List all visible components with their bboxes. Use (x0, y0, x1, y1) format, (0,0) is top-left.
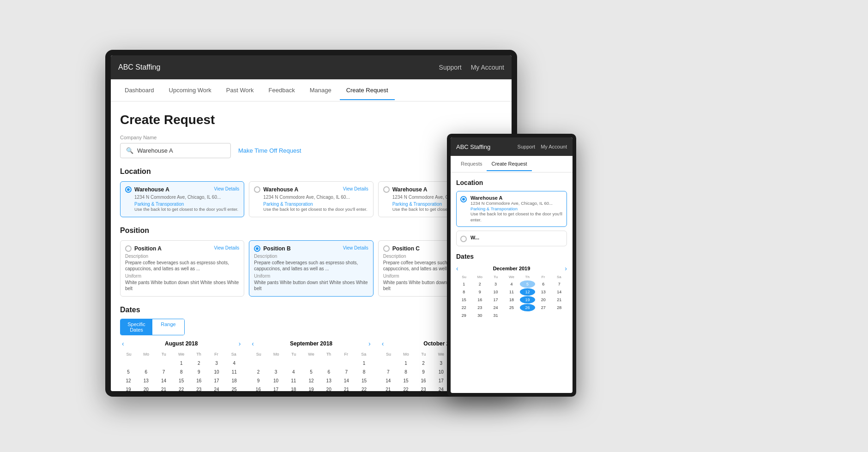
cal-day-4[interactable]: 4 (285, 368, 302, 376)
location-card-2[interactable]: Warehouse A View Details 1234 N Commodor… (249, 181, 373, 217)
cal-day-1[interactable]: 1 (173, 359, 190, 367)
cal-day-5[interactable]: 5 (303, 368, 319, 376)
sm-cal-day-26[interactable]: 26 (520, 304, 535, 311)
sm-cal-day-22[interactable]: 22 (456, 304, 471, 311)
company-input-wrapper[interactable]: 🔍 (120, 143, 231, 158)
sm-cal-day-23[interactable]: 23 (472, 304, 487, 311)
cal-day-13[interactable]: 13 (138, 377, 154, 385)
cal-day-9[interactable]: 9 (191, 368, 207, 376)
sm-location-card-unselected[interactable]: W... (456, 231, 567, 246)
cal-day-14[interactable]: 14 (155, 377, 172, 385)
cal-day-1[interactable]: 1 (398, 359, 414, 367)
cal-next-september[interactable]: › (367, 340, 373, 347)
sm-cal-day-21[interactable]: 21 (552, 296, 567, 303)
sm-cal-day-7[interactable]: 7 (552, 280, 567, 288)
tab-dashboard[interactable]: Dashboard (118, 81, 161, 100)
cal-prev-october[interactable]: ‹ (380, 340, 386, 347)
cal-day-8[interactable]: 8 (173, 368, 190, 376)
cal-day-18[interactable]: 18 (285, 386, 302, 391)
cal-day-3[interactable]: 3 (268, 368, 284, 376)
position-card-b[interactable]: Position B View Details Description Prep… (249, 240, 373, 297)
tab-feedback[interactable]: Feedback (262, 81, 301, 100)
sm-cal-day-4[interactable]: 4 (504, 280, 519, 288)
cal-day-20[interactable]: 20 (320, 386, 337, 391)
tab-create-request[interactable]: Create Request (340, 81, 395, 100)
sm-cal-day-20[interactable]: 20 (536, 296, 551, 303)
cal-day-25[interactable]: 25 (226, 386, 242, 391)
make-time-off-link[interactable]: Make Time Off Request (238, 147, 301, 154)
cal-day-22[interactable]: 22 (356, 386, 372, 391)
sm-tab-create-request[interactable]: Create Request (487, 157, 531, 171)
cal-day-8[interactable]: 8 (356, 368, 372, 376)
cal-day-5[interactable]: 5 (120, 368, 137, 376)
sm-cal-day-12[interactable]: 12 (520, 288, 535, 296)
radio-position-c[interactable] (383, 245, 390, 252)
cal-day-22[interactable]: 22 (173, 386, 190, 391)
sm-cal-day-28[interactable]: 28 (552, 304, 567, 311)
cal-next-august[interactable]: › (237, 340, 243, 347)
cal-day-2[interactable]: 2 (250, 368, 266, 376)
support-link[interactable]: Support (439, 64, 462, 71)
location-2-view-details[interactable]: View Details (343, 186, 368, 191)
cal-day-12[interactable]: 12 (303, 377, 319, 385)
cal-day-8[interactable]: 8 (398, 368, 414, 376)
cal-day-23[interactable]: 23 (415, 386, 432, 391)
cal-day-3[interactable]: 3 (208, 359, 225, 367)
sm-tab-requests[interactable]: Requests (456, 157, 487, 171)
sm-cal-day-19[interactable]: 19 (520, 296, 535, 303)
sm-cal-day-16[interactable]: 16 (472, 296, 487, 303)
cal-day-22[interactable]: 22 (398, 386, 414, 391)
cal-day-23[interactable]: 23 (191, 386, 207, 391)
cal-day-16[interactable]: 16 (191, 377, 207, 385)
radio-position-a[interactable] (125, 245, 132, 252)
sm-location-card-selected[interactable]: Warehouse A 1234 N Commodore Ave, Chicag… (456, 191, 567, 227)
sm-cal-next[interactable]: › (565, 265, 567, 272)
cal-day-13[interactable]: 13 (320, 377, 337, 385)
cal-day-24[interactable]: 24 (208, 386, 225, 391)
radio-location-3[interactable] (383, 186, 390, 193)
cal-day-10[interactable]: 10 (268, 377, 284, 385)
cal-day-21[interactable]: 21 (155, 386, 172, 391)
cal-day-6[interactable]: 6 (138, 368, 154, 376)
cal-day-19[interactable]: 19 (303, 386, 319, 391)
sm-cal-day-29[interactable]: 29 (456, 312, 471, 319)
sm-cal-day-27[interactable]: 27 (536, 304, 551, 311)
cal-day-4[interactable]: 4 (226, 359, 242, 367)
sm-my-account-link[interactable]: My Account (541, 144, 567, 149)
cal-day-14[interactable]: 14 (338, 377, 355, 385)
position-card-a[interactable]: Position A View Details Description Prep… (120, 240, 244, 297)
cal-day-14[interactable]: 14 (380, 377, 397, 385)
cal-day-21[interactable]: 21 (338, 386, 355, 391)
sm-cal-day-11[interactable]: 11 (504, 288, 519, 296)
cal-day-18[interactable]: 18 (226, 377, 242, 385)
cal-day-2[interactable]: 2 (415, 359, 432, 367)
sm-cal-day-18[interactable]: 18 (504, 296, 519, 303)
sm-cal-day-15[interactable]: 15 (456, 296, 471, 303)
sm-cal-day-31[interactable]: 31 (488, 312, 503, 319)
sm-cal-day-14[interactable]: 14 (552, 288, 567, 296)
position-a-view-details[interactable]: View Details (214, 245, 239, 250)
sm-cal-day-3[interactable]: 3 (488, 280, 503, 288)
cal-day-19[interactable]: 19 (120, 386, 137, 391)
cal-prev-august[interactable]: ‹ (120, 340, 126, 347)
range-btn[interactable]: Range (152, 319, 184, 335)
my-account-link[interactable]: My Account (471, 64, 504, 71)
sm-radio-location-2[interactable] (460, 236, 467, 242)
cal-day-21[interactable]: 21 (380, 386, 397, 391)
cal-day-20[interactable]: 20 (138, 386, 154, 391)
cal-day-17[interactable]: 17 (208, 377, 225, 385)
sm-cal-day-30[interactable]: 30 (472, 312, 487, 319)
sm-radio-location-1[interactable] (460, 196, 467, 202)
sm-cal-day-5[interactable]: 5 (520, 280, 535, 288)
cal-prev-september[interactable]: ‹ (250, 340, 256, 347)
cal-day-16[interactable]: 16 (250, 386, 266, 391)
specific-dates-btn[interactable]: Specific Dates (121, 319, 152, 335)
cal-day-2[interactable]: 2 (191, 359, 207, 367)
sm-cal-day-13[interactable]: 13 (536, 288, 551, 296)
tab-past-work[interactable]: Past Work (220, 81, 260, 100)
sm-cal-day-9[interactable]: 9 (472, 288, 487, 296)
cal-day-15[interactable]: 15 (398, 377, 414, 385)
cal-day-7[interactable]: 7 (380, 368, 397, 376)
cal-day-15[interactable]: 15 (173, 377, 190, 385)
cal-day-9[interactable]: 9 (250, 377, 266, 385)
